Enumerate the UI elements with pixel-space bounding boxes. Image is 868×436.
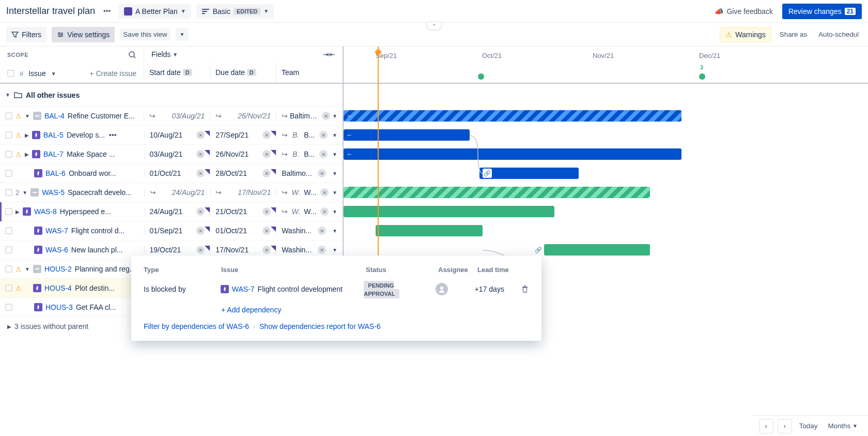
- clear-team-button[interactable]: ✕: [319, 150, 328, 158]
- select-all-checkbox[interactable]: [7, 70, 14, 77]
- gantt-bar[interactable]: ←: [344, 148, 681, 160]
- row-checkbox[interactable]: [5, 304, 12, 311]
- chevron-down-icon[interactable]: ▼: [332, 228, 337, 234]
- row-checkbox[interactable]: [5, 151, 12, 158]
- chevron-down-icon[interactable]: ▼: [332, 152, 337, 157]
- row-more-button[interactable]: •••: [108, 131, 118, 139]
- clear-date-button[interactable]: ✕: [196, 169, 205, 177]
- issue-row[interactable]: ⚠▼BAL-4Refine Customer E...↪03/Aug/21↪26…: [0, 107, 343, 126]
- chevron-down-icon[interactable]: ▼: [332, 209, 337, 215]
- chevron-down-icon[interactable]: ▼: [25, 266, 30, 272]
- row-checkbox[interactable]: [5, 131, 12, 139]
- issue-key[interactable]: WAS-7: [45, 227, 68, 235]
- chevron-down-icon[interactable]: ▼: [332, 113, 337, 119]
- chevron-down-icon[interactable]: ▼: [332, 132, 337, 138]
- issue-key[interactable]: HOUS-2: [44, 265, 72, 273]
- issue-row[interactable]: BAL-6Onboard wor...01/Oct/21✕28/Oct/21✕B…: [0, 164, 343, 183]
- issue-key[interactable]: WAS-6: [45, 246, 68, 254]
- save-view-button[interactable]: Save this view: [120, 28, 170, 40]
- chevron-down-icon[interactable]: ▼: [5, 92, 10, 98]
- issue-row[interactable]: ⚠▶BAL-7Make Space ...03/Aug/21✕26/Nov/21…: [0, 145, 343, 164]
- filter-dependencies-link[interactable]: Filter by dependencies of WAS-6: [144, 322, 249, 330]
- team-header[interactable]: Team: [276, 62, 343, 83]
- warnings-button[interactable]: ⚠ Warnings: [720, 27, 771, 42]
- chevron-down-icon[interactable]: ▼: [22, 190, 27, 196]
- due-date-header[interactable]: Due date D: [210, 62, 276, 83]
- due-date-value[interactable]: 27/Sep/21: [215, 131, 249, 139]
- share-button[interactable]: Share as: [777, 28, 810, 40]
- team-value[interactable]: Baltimo...: [282, 169, 312, 177]
- link-icon[interactable]: 🔗: [483, 169, 492, 178]
- clear-date-button[interactable]: ✕: [262, 131, 271, 139]
- due-date-value[interactable]: 26/Nov/21: [215, 150, 249, 158]
- row-checkbox[interactable]: [5, 265, 12, 273]
- gantt-bar[interactable]: ←: [344, 110, 681, 122]
- clear-date-button[interactable]: ✕: [196, 246, 205, 254]
- due-date-value[interactable]: 28/Oct/21: [215, 169, 247, 177]
- clear-date-button[interactable]: ✕: [262, 227, 271, 235]
- team-value[interactable]: W...: [304, 188, 316, 197]
- plan-more-button[interactable]: •••: [100, 5, 114, 17]
- issue-key[interactable]: WAS-8: [34, 207, 57, 216]
- chevron-down-icon[interactable]: ▼: [332, 171, 337, 176]
- gantt-bar[interactable]: [544, 244, 650, 255]
- clear-date-button[interactable]: ✕: [196, 150, 205, 158]
- clear-date-button[interactable]: ✕: [262, 150, 271, 158]
- row-checkbox[interactable]: [5, 246, 12, 253]
- team-value[interactable]: B...: [304, 150, 315, 158]
- save-view-more-button[interactable]: ▼: [176, 28, 189, 41]
- due-date-value[interactable]: 01/Oct/21: [215, 227, 247, 235]
- add-dependency-button[interactable]: + Add dependency: [221, 306, 529, 314]
- clear-team-button[interactable]: ✕: [320, 188, 329, 197]
- row-checkbox[interactable]: [5, 170, 12, 177]
- start-date-value[interactable]: 01/Sep/21: [150, 227, 183, 235]
- clear-team-button[interactable]: ✕: [319, 131, 328, 139]
- chevron-right-icon[interactable]: ▶: [25, 132, 29, 138]
- clear-team-button[interactable]: ✕: [322, 112, 330, 120]
- gantt-bar[interactable]: [344, 206, 554, 217]
- chevron-right-icon[interactable]: ▶: [25, 152, 29, 157]
- due-date-value[interactable]: 17/Nov/21: [215, 246, 249, 254]
- release-marker[interactable]: [478, 73, 484, 80]
- warning-icon[interactable]: ⚠: [16, 112, 22, 120]
- fields-button[interactable]: Fields ▼: [151, 50, 178, 58]
- review-changes-button[interactable]: Review changes 21: [782, 4, 862, 19]
- search-icon[interactable]: [128, 51, 136, 59]
- clear-date-button[interactable]: ✕: [196, 131, 205, 139]
- issue-row[interactable]: ▶WAS-8Hyperspeed e...24/Aug/21✕21/Oct/21…: [0, 202, 343, 221]
- release-marker[interactable]: [699, 73, 705, 80]
- chevron-down-icon[interactable]: ▼: [332, 247, 337, 253]
- clear-team-button[interactable]: ✕: [318, 227, 326, 235]
- dependency-issue-key[interactable]: WAS-7: [232, 285, 255, 293]
- start-date-header[interactable]: Start date D: [144, 62, 210, 83]
- auto-schedule-button[interactable]: Auto-schedul: [815, 28, 862, 40]
- start-date-value[interactable]: 01/Oct/21: [150, 169, 181, 177]
- issue-key[interactable]: HOUS-4: [44, 284, 72, 292]
- gantt-bar[interactable]: [344, 187, 650, 198]
- clear-date-button[interactable]: ✕: [196, 227, 205, 235]
- team-value[interactable]: B...: [304, 131, 315, 139]
- row-checkbox[interactable]: [5, 189, 12, 196]
- due-date-value[interactable]: 21/Oct/21: [215, 207, 247, 216]
- chevron-down-icon[interactable]: ▼: [25, 113, 30, 119]
- clear-date-button[interactable]: ✕: [262, 246, 271, 254]
- team-value[interactable]: W...: [304, 207, 316, 216]
- chevron-down-icon[interactable]: ▼: [332, 190, 337, 196]
- issue-column-header[interactable]: Issue: [28, 69, 45, 78]
- issue-key[interactable]: BAL-4: [44, 112, 65, 120]
- clear-team-button[interactable]: ✕: [318, 169, 326, 177]
- feedback-button[interactable]: 📣 Give feedback: [710, 4, 777, 19]
- collapse-fields-icon[interactable]: ⇥⇤: [323, 50, 335, 58]
- gantt-bar[interactable]: ←: [344, 129, 470, 141]
- chevron-down-icon[interactable]: ▼: [51, 71, 56, 77]
- group-row-all-other[interactable]: ▼ All other issues: [0, 84, 343, 107]
- collapse-header-toggle[interactable]: ⌃: [426, 22, 442, 30]
- issue-row[interactable]: WAS-7Flight control d...01/Sep/21✕01/Oct…: [0, 221, 343, 240]
- row-checkbox[interactable]: [5, 284, 12, 292]
- row-checkbox[interactable]: [5, 112, 12, 119]
- chevron-right-icon[interactable]: ▶: [16, 209, 20, 215]
- dependencies-report-link[interactable]: Show dependencies report for WAS-6: [259, 322, 381, 330]
- warning-icon[interactable]: ⚠: [16, 265, 22, 273]
- row-checkbox[interactable]: [5, 227, 12, 234]
- start-date-value[interactable]: 03/Aug/21: [150, 150, 183, 158]
